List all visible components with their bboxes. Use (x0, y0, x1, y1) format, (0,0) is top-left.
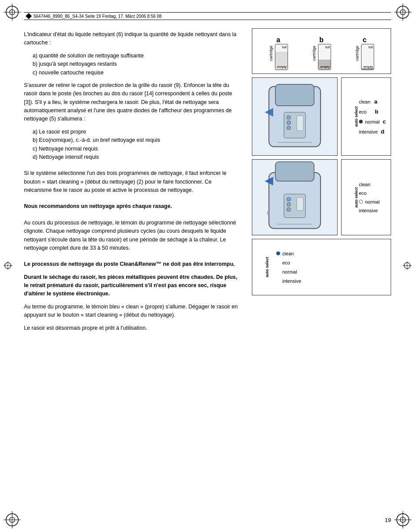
svg-rect-24 (297, 116, 303, 131)
clean-indicator-3 (276, 251, 280, 255)
para1: L'indicateur d'état du liquide nettoyant… (24, 30, 239, 47)
select-options-1: clean a eco b normal c intensive d (359, 98, 386, 135)
clean-label-3: clean (282, 251, 294, 256)
svg-rect-20 (287, 116, 291, 119)
side-mark-left (3, 261, 12, 271)
list1-b: b) jusqu'à sept nettoyages restants (33, 60, 239, 68)
corner-mark-bl (3, 511, 21, 529)
normal-label-2: normal (365, 199, 380, 204)
para2: S'assurer de retirer le capot de protect… (24, 81, 239, 124)
intensive-label-2: intensive (359, 208, 378, 213)
svg-rect-33 (297, 197, 303, 211)
bold1: Nous recommandons un nettoyage après cha… (24, 202, 239, 211)
option-intensive-2: intensive (359, 208, 386, 213)
bottom-select-panel: auto select clean eco normal intensive (252, 239, 391, 295)
corner-mark-br (394, 511, 412, 529)
list2-a: a) Le rasoir est propre (33, 128, 239, 136)
option-normal-2: normal (359, 199, 386, 204)
para5: Au terme du programme, le témoin bleu « … (24, 303, 239, 320)
shaver-panel-1 (252, 77, 338, 156)
svg-text:!: ! (267, 211, 268, 217)
corner-mark-tl (3, 3, 21, 21)
intensive-label-1: intensive (359, 129, 378, 134)
list2-c: c) Nettoyage normal requis (33, 145, 239, 153)
option-eco-1: eco b (359, 108, 386, 115)
shaver-svg-2: ! (252, 160, 337, 235)
svg-rect-31 (287, 208, 291, 211)
middle-row-1: auto select clean a eco b normal c (252, 77, 391, 156)
cartridge-b: b cartridge full empty (304, 36, 339, 70)
option-normal-3: normal (276, 269, 301, 274)
section-bold1: Nous recommandons un nettoyage après cha… (24, 202, 239, 211)
select-options-2: clean eco normal intensive (359, 182, 386, 213)
svg-rect-22 (287, 126, 291, 130)
auto-select-panel-1: auto select clean a eco b normal c (341, 77, 391, 156)
cartridge-body-a: full empty (275, 44, 288, 70)
list1-a: a) quantité de solution de nettoyage suf… (33, 52, 239, 60)
full-label-b: full (325, 45, 330, 49)
label-b: b (319, 36, 324, 44)
cartridge-c: c cartridge full empty (347, 36, 382, 70)
section-2: S'assurer de retirer le capot de protect… (24, 81, 239, 161)
list2-d: d) Nettoyage intensif requis (33, 153, 239, 161)
normal-indicator-1 (359, 120, 363, 124)
para4: Au cours du processus de nettoyage, le t… (24, 219, 239, 253)
normal-label-1: normal (365, 119, 380, 124)
bold2: Le processus de nettoyage du poste Clean… (24, 260, 239, 268)
header-bar: 5647446_8990_86_S4-34 Seite 19 Freitag, … (24, 12, 391, 20)
clean-label-1: clean (359, 99, 370, 104)
cartridge-a: a cartridge full empty (261, 36, 296, 70)
section-1: L'indicateur d'état du liquide nettoyant… (24, 30, 239, 77)
list1-c: c) nouvelle cartouche requise (33, 69, 239, 77)
full-label-c: full (368, 45, 373, 49)
corner-mark-tr (394, 3, 412, 21)
right-column: a cartridge full empty b cartridge (252, 26, 391, 515)
cartridge-text-a: cartridge (269, 46, 273, 61)
svg-rect-30 (287, 203, 291, 206)
page-number: 19 (385, 517, 391, 523)
shaver-svg-1 (252, 78, 337, 155)
para6: Le rasoir est désormais propre et prêt à… (24, 324, 239, 332)
empty-label-b: empty (320, 65, 330, 69)
side-mark-right (403, 261, 412, 271)
auto-select-label-1: auto select (354, 106, 358, 127)
intensive-label-3: intensive (282, 278, 301, 284)
cartridge-text-c: cartridge (355, 46, 359, 61)
option-eco-3: eco (276, 260, 301, 265)
option-normal-1: normal c (359, 118, 386, 125)
clean-label-2: clean (359, 182, 370, 187)
eco-label-1: eco (359, 109, 367, 114)
letter-d-1: d (381, 128, 384, 135)
eco-label-2: eco (359, 191, 367, 196)
cartridge-diagram: a cartridge full empty b cartridge (252, 28, 391, 74)
main-content: L'indicateur d'état du liquide nettoyant… (24, 26, 391, 515)
cartridge-text-b: cartridge (312, 46, 316, 61)
label-c: c (363, 36, 367, 44)
list2-b: b) Eco(nomique), c.-à-d. un bref nettoya… (33, 136, 239, 144)
section-4: Au cours du processus de nettoyage, le t… (24, 219, 239, 253)
letter-c-1: c (383, 118, 386, 125)
full-label-a: full (282, 45, 286, 49)
header-text: 5647446_8990_86_S4-34 Seite 19 Freitag, … (33, 14, 162, 19)
svg-rect-21 (287, 121, 291, 124)
option-intensive-3: intensive (276, 278, 301, 284)
letter-a-1: a (374, 98, 377, 105)
cartridge-body-b: full empty (318, 44, 331, 70)
auto-select-label-3: auto select (265, 257, 269, 277)
option-clean-2: clean (359, 182, 386, 187)
cartridge-body-c: full empty (361, 44, 374, 70)
shaver-panel-2: ! (252, 159, 338, 235)
normal-indicator-2 (359, 200, 363, 204)
section-5: Au terme du programme, le témoin bleu « … (24, 303, 239, 332)
para3: Si le système sélectionne l'un des trois… (24, 169, 239, 194)
eco-label-3: eco (282, 260, 290, 265)
select-options-3: clean eco normal intensive (276, 251, 301, 284)
auto-select-label-2: auto select (354, 187, 358, 207)
empty-label-c: empty (364, 65, 373, 69)
section-bold2: Le processus de nettoyage du poste Clean… (24, 260, 239, 298)
option-eco-2: eco (359, 191, 386, 196)
svg-rect-29 (287, 197, 291, 201)
bold3: Durant le séchage du rasoir, les pièces … (24, 273, 239, 298)
middle-row-2: ! auto select clean eco normal (252, 159, 391, 235)
normal-label-3: normal (282, 269, 297, 274)
